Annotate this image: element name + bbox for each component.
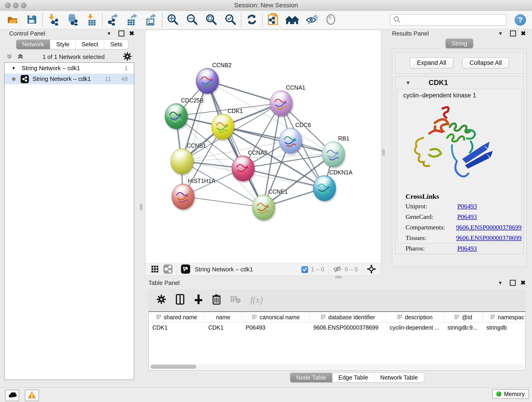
- zoom-out-button[interactable]: [185, 13, 199, 27]
- home-networks-button[interactable]: [286, 13, 299, 27]
- column-header[interactable]: shared name: [149, 312, 205, 322]
- network-collection-row[interactable]: ▼ String Network – cdk1 1: [5, 63, 134, 74]
- show-columns-icon[interactable]: [176, 294, 185, 306]
- network-node-HIST1H1A[interactable]: [172, 184, 195, 210]
- table-cell[interactable]: stringdb: [483, 323, 526, 332]
- refresh-layout-button[interactable]: [245, 13, 259, 27]
- pan-crosshair-icon[interactable]: [366, 264, 376, 275]
- table-cell[interactable]: 9606.ENSP00000378699: [310, 323, 386, 332]
- table-gear-icon[interactable]: [156, 294, 166, 305]
- import-table-file-button[interactable]: [85, 13, 98, 27]
- scrollbar-thumb[interactable]: [151, 365, 196, 369]
- tab-network[interactable]: Network: [16, 40, 50, 49]
- grid-view-icon[interactable]: [151, 265, 159, 274]
- crosslink-link[interactable]: 9606.ENSP00000378699: [456, 234, 521, 242]
- horizontal-scrollbar[interactable]: [149, 364, 525, 369]
- column-header[interactable]: name: [205, 312, 242, 322]
- delete-column-icon[interactable]: [212, 294, 221, 306]
- table-cell[interactable]: CDK1: [149, 323, 205, 332]
- crosslink-link[interactable]: 9606.ENSP00000378699: [456, 224, 521, 231]
- cloud-sync-button[interactable]: [5, 390, 19, 401]
- gene-collapse-icon[interactable]: ▼: [406, 80, 410, 85]
- column-header[interactable]: @id: [444, 312, 483, 322]
- network-options-gear-icon[interactable]: [123, 52, 132, 62]
- panel-close-icon[interactable]: ✖: [129, 30, 134, 37]
- table-cell[interactable]: stringdb:9...: [444, 323, 483, 332]
- crosslink-link[interactable]: P06493: [457, 203, 477, 210]
- hide-unhide-button[interactable]: [305, 13, 318, 27]
- table-header-row[interactable]: shared namenamecanonical namedatabase id…: [149, 312, 525, 323]
- network-node-CDC25B[interactable]: [165, 103, 188, 129]
- expand-all-button[interactable]: Expand All: [410, 57, 454, 69]
- right-splitter-handle[interactable]: [382, 149, 385, 156]
- network-view-canvas[interactable]: CCNB2CCNA1CDC25BCDK1CDC6RB1CCNB1CCNA2CDK…: [145, 30, 381, 264]
- results-menu-icon[interactable]: ▼: [498, 31, 503, 36]
- search-input[interactable]: [390, 14, 506, 26]
- crosslink-link[interactable]: P06493: [457, 213, 477, 220]
- results-close-icon[interactable]: ✖: [520, 30, 526, 37]
- selected-checkbox-icon[interactable]: [301, 266, 308, 273]
- help-button[interactable]: ?: [515, 14, 526, 26]
- results-float-icon[interactable]: [510, 31, 516, 36]
- warnings-button[interactable]: [25, 390, 39, 401]
- network-node-CDK1[interactable]: [211, 114, 234, 140]
- table-row[interactable]: CDK1CDK1P064939606.ENSP00000378699cyclin…: [149, 323, 525, 332]
- gene-card-header[interactable]: ▼ CDK1: [395, 77, 524, 89]
- zoom-in-button[interactable]: [166, 13, 179, 27]
- network-node-CCNE1[interactable]: [252, 195, 275, 220]
- left-splitter-handle[interactable]: [140, 204, 143, 211]
- share-document-button[interactable]: [266, 13, 280, 27]
- zoom-selected-button[interactable]: [224, 13, 237, 27]
- memory-button[interactable]: Memory: [492, 389, 529, 399]
- collapse-all-networks-icon[interactable]: [6, 52, 13, 61]
- table-float-icon[interactable]: [510, 280, 516, 286]
- show-graphics-button[interactable]: [324, 13, 337, 27]
- column-header[interactable]: description: [386, 312, 444, 322]
- share-view-icon[interactable]: [163, 264, 172, 274]
- import-network-database-button[interactable]: [66, 13, 79, 27]
- network-row-selected[interactable]: String Network – cdk1 11 48: [5, 74, 134, 84]
- network-node-CDKN1A[interactable]: [313, 175, 336, 201]
- bottom-splitter-handle[interactable]: [335, 276, 342, 279]
- column-header[interactable]: namespac: [483, 312, 526, 322]
- tab-string[interactable]: String: [446, 39, 473, 48]
- column-label: shared name: [164, 314, 197, 321]
- crosslink-link[interactable]: P06493: [457, 245, 477, 252]
- expand-all-networks-icon[interactable]: [17, 52, 24, 61]
- shared-column-icon: [252, 314, 257, 321]
- open-session-button[interactable]: [6, 13, 19, 27]
- network-node-CCNB2[interactable]: [196, 68, 219, 94]
- add-column-icon[interactable]: [194, 294, 203, 306]
- export-image-button[interactable]: [145, 13, 158, 27]
- tab-style[interactable]: Style: [50, 40, 76, 49]
- export-table-button[interactable]: [126, 13, 139, 27]
- panel-float-icon[interactable]: [119, 31, 124, 36]
- network-node-CDC6[interactable]: [279, 128, 302, 153]
- network-node-CCNA2[interactable]: [232, 156, 254, 181]
- tab-select[interactable]: Select: [76, 40, 104, 49]
- network-node-CCNA1[interactable]: [270, 90, 293, 116]
- table-cell[interactable]: cyclin-dependent ...: [386, 323, 444, 332]
- tab-edge-table[interactable]: Edge Table: [332, 373, 374, 382]
- question-mark-glyph: ?: [518, 15, 523, 24]
- panel-menu-icon[interactable]: ▼: [107, 31, 111, 36]
- column-header[interactable]: database identifier: [310, 312, 386, 322]
- export-network-icon: [107, 13, 119, 26]
- save-session-button[interactable]: [25, 13, 38, 27]
- table-cell[interactable]: CDK1: [205, 323, 242, 332]
- column-header[interactable]: canonical name: [242, 312, 310, 322]
- collapse-all-button[interactable]: Collapse All: [462, 57, 509, 69]
- table-cell[interactable]: P06493: [242, 323, 310, 332]
- collection-expand-icon[interactable]: ▼: [12, 66, 16, 71]
- import-network-file-button[interactable]: [46, 13, 60, 27]
- tab-node-table[interactable]: Node Table: [290, 373, 332, 382]
- export-network-button[interactable]: [106, 13, 120, 27]
- tab-sets[interactable]: Sets: [104, 40, 128, 49]
- network-node-RB1[interactable]: [322, 141, 345, 167]
- birds-eye-view-icon[interactable]: [181, 264, 190, 274]
- table-close-icon[interactable]: ✖: [520, 279, 526, 287]
- tab-network-table[interactable]: Network Table: [374, 373, 424, 382]
- table-menu-icon[interactable]: ▼: [498, 280, 503, 286]
- zoom-fit-button[interactable]: [205, 13, 218, 27]
- network-node-CCNB1[interactable]: [171, 148, 193, 174]
